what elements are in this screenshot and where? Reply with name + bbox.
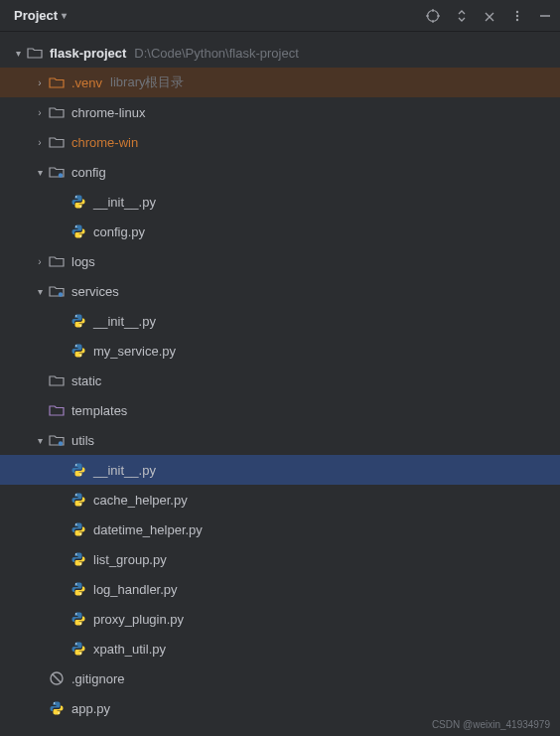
svg-point-5 xyxy=(516,10,518,12)
tree-item[interactable]: list_group.py xyxy=(0,544,560,574)
tree-item-label: __init__.py xyxy=(93,463,156,478)
tree-item[interactable]: cache_helper.py xyxy=(0,485,560,515)
svg-point-19 xyxy=(59,441,63,445)
tree-item-label: __init__.py xyxy=(93,314,156,329)
tree-item[interactable]: ›.venvlibrary根目录 xyxy=(0,68,560,97)
project-tree: ▾ flask-project D:\Code\Python\flask-pro… xyxy=(0,32,560,723)
python-icon xyxy=(70,521,87,537)
watermark: CSDN @weixin_41934979 xyxy=(432,719,550,730)
chevron-right-icon[interactable]: › xyxy=(32,256,48,267)
tree-item-label: templates xyxy=(71,403,127,418)
tree-item-label: app.py xyxy=(71,701,110,716)
svg-point-32 xyxy=(75,643,76,644)
svg-point-31 xyxy=(80,623,81,624)
tree-item-hint: library根目录 xyxy=(110,74,184,91)
tree-item[interactable]: log_handler.py xyxy=(0,574,560,604)
tree-item[interactable]: ▾utils xyxy=(0,425,560,455)
tree-item-label: chrome-win xyxy=(71,135,138,150)
folder-icon xyxy=(48,373,66,387)
python-icon xyxy=(70,551,87,567)
svg-point-23 xyxy=(80,504,81,505)
svg-point-22 xyxy=(75,494,76,495)
svg-point-17 xyxy=(75,345,76,346)
tree-item-label: cache_helper.py xyxy=(93,493,188,508)
svg-point-37 xyxy=(59,712,60,713)
folder-src-icon xyxy=(48,433,66,447)
svg-point-13 xyxy=(80,235,81,236)
svg-point-36 xyxy=(54,702,55,703)
tree-item[interactable]: __init__.py xyxy=(0,187,560,217)
folder-src-icon xyxy=(48,165,66,179)
tree-item[interactable]: proxy_plugin.py xyxy=(0,604,560,634)
svg-point-24 xyxy=(75,523,76,524)
svg-point-11 xyxy=(80,206,81,207)
svg-point-9 xyxy=(59,173,63,177)
chevron-down-icon: ▾ xyxy=(62,10,67,21)
chevron-down-icon[interactable]: ▾ xyxy=(10,48,26,59)
more-options-icon[interactable] xyxy=(510,9,524,23)
tree-item[interactable]: ▾services xyxy=(0,276,560,306)
svg-point-14 xyxy=(59,292,63,296)
python-icon xyxy=(70,223,87,239)
tree-item-label: utils xyxy=(71,433,94,448)
tree-item[interactable]: .gitignore xyxy=(0,663,560,693)
expand-collapse-icon[interactable] xyxy=(455,9,469,23)
project-panel-header: Project ▾ xyxy=(0,0,560,32)
tree-item[interactable]: ›chrome-linux xyxy=(0,97,560,127)
svg-point-12 xyxy=(75,225,76,226)
tree-item[interactable]: __init__.py xyxy=(0,455,560,485)
svg-point-10 xyxy=(75,196,76,197)
gitignore-icon xyxy=(48,670,66,686)
tree-item-label: xpath_util.py xyxy=(93,642,166,657)
locate-icon[interactable] xyxy=(425,8,441,24)
chevron-down-icon[interactable]: ▾ xyxy=(32,435,48,446)
chevron-down-icon[interactable]: ▾ xyxy=(32,167,48,178)
tree-item[interactable]: config.py xyxy=(0,217,560,246)
svg-point-29 xyxy=(80,593,81,594)
svg-point-6 xyxy=(516,14,518,16)
python-icon xyxy=(70,641,87,657)
python-icon xyxy=(70,581,87,597)
tree-item-label: services xyxy=(71,284,119,299)
folder-icon xyxy=(48,135,66,149)
svg-point-25 xyxy=(80,533,81,534)
svg-point-20 xyxy=(75,464,76,465)
tree-item[interactable]: __init__.py xyxy=(0,306,560,336)
python-icon xyxy=(48,700,66,716)
svg-point-28 xyxy=(75,583,76,584)
svg-point-0 xyxy=(428,10,439,21)
folder-icon xyxy=(26,46,44,60)
python-icon xyxy=(70,343,87,359)
svg-point-7 xyxy=(516,18,518,20)
tree-item-label: chrome-linux xyxy=(71,105,145,120)
svg-line-35 xyxy=(53,674,61,682)
tree-item[interactable]: static xyxy=(0,366,560,395)
svg-point-26 xyxy=(75,553,76,554)
tree-item[interactable]: ›logs xyxy=(0,246,560,276)
chevron-right-icon[interactable]: › xyxy=(32,137,48,148)
chevron-right-icon[interactable]: › xyxy=(32,107,48,118)
tree-item-label: static xyxy=(71,373,101,388)
tree-item[interactable]: ▾config xyxy=(0,157,560,187)
tree-item[interactable]: my_service.py xyxy=(0,336,560,366)
svg-point-18 xyxy=(80,355,81,356)
tree-item[interactable]: xpath_util.py xyxy=(0,634,560,663)
tree-item-label: config xyxy=(71,165,106,180)
tree-item-label: proxy_plugin.py xyxy=(93,612,184,627)
project-view-selector[interactable]: Project ▾ xyxy=(8,6,72,25)
python-icon xyxy=(70,492,87,508)
minimize-icon[interactable] xyxy=(538,9,552,23)
tree-item-label: log_handler.py xyxy=(93,582,178,597)
python-icon xyxy=(70,313,87,329)
tree-item[interactable]: ›chrome-win xyxy=(0,127,560,157)
chevron-right-icon[interactable]: › xyxy=(32,77,48,88)
tree-item-label: .gitignore xyxy=(71,671,124,686)
python-icon xyxy=(70,194,87,210)
tree-item[interactable]: templates xyxy=(0,395,560,425)
tree-root[interactable]: ▾ flask-project D:\Code\Python\flask-pro… xyxy=(0,38,560,68)
tree-item-label: config.py xyxy=(93,224,145,239)
chevron-down-icon[interactable]: ▾ xyxy=(32,286,48,297)
tree-item[interactable]: datetime_helper.py xyxy=(0,515,560,544)
tree-item-label: list_group.py xyxy=(93,552,167,567)
collapse-all-icon[interactable] xyxy=(483,9,496,23)
